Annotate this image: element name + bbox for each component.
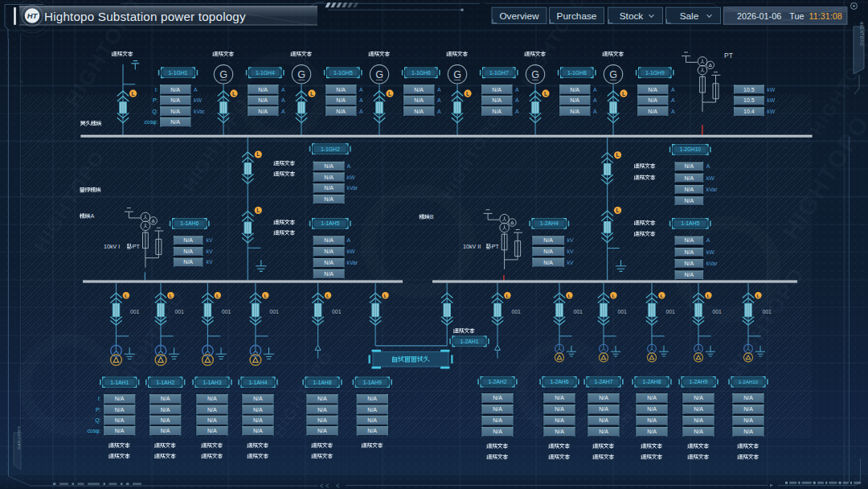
svg-text:N/A: N/A	[367, 428, 377, 434]
svg-text:N/A: N/A	[170, 87, 180, 92]
svg-text:10kV I: 10kV I	[104, 243, 120, 250]
svg-text:N/A: N/A	[414, 87, 424, 92]
svg-text:001: 001	[512, 309, 522, 314]
svg-text:N/A: N/A	[317, 428, 327, 434]
svg-text:N/A: N/A	[648, 87, 657, 92]
svg-text:A: A	[347, 237, 351, 243]
svg-text:N/A: N/A	[324, 271, 334, 277]
svg-text:N/A: N/A	[253, 428, 263, 434]
svg-text:PT: PT	[133, 243, 141, 250]
svg-text:N/A: N/A	[555, 417, 564, 423]
svg-text:N/A: N/A	[570, 87, 579, 92]
svg-text:A: A	[194, 87, 198, 92]
svg-text:N/A: N/A	[743, 417, 753, 423]
svg-text:001: 001	[269, 309, 279, 314]
svg-text:N/A: N/A	[253, 396, 263, 401]
svg-text:1-1GH7: 1-1GH7	[489, 70, 509, 76]
svg-text:A: A	[671, 97, 675, 103]
svg-text:N/A: N/A	[493, 417, 502, 423]
svg-text:N/A: N/A	[648, 109, 657, 114]
svg-text:N/A: N/A	[161, 417, 170, 423]
svg-text:N/A: N/A	[493, 429, 502, 434]
svg-text:001: 001	[130, 309, 140, 314]
svg-text:1-2AH8: 1-2AH8	[642, 379, 661, 384]
svg-text:G: G	[297, 69, 305, 80]
svg-text:kW: kW	[767, 109, 775, 114]
svg-text:N/A: N/A	[555, 406, 564, 412]
svg-text:A: A	[347, 163, 351, 169]
svg-text:A: A	[671, 87, 675, 92]
svg-text:N/A: N/A	[543, 237, 553, 243]
svg-text:1-1GH8: 1-1GH8	[567, 70, 587, 76]
svg-text:N/A: N/A	[317, 407, 327, 413]
svg-text:1-1AH3: 1-1AH3	[203, 380, 221, 385]
svg-text:N/A: N/A	[161, 428, 170, 434]
svg-text:N/A: N/A	[115, 396, 125, 401]
svg-text:N/A: N/A	[599, 406, 608, 412]
svg-text:N/A: N/A	[648, 97, 657, 103]
svg-text:N/A: N/A	[170, 97, 180, 103]
svg-text:kVar: kVar	[347, 260, 358, 265]
svg-text:Hightopo Substation power topo: Hightopo Substation power topology	[44, 10, 246, 23]
svg-text:1-1AH5: 1-1AH5	[321, 220, 339, 226]
svg-text:1-2AH10: 1-2AH10	[739, 379, 759, 384]
svg-text:N/A: N/A	[685, 261, 694, 266]
svg-text:PT: PT	[724, 51, 733, 60]
svg-text:N/A: N/A	[324, 196, 334, 202]
svg-text:kW: kW	[706, 249, 714, 255]
svg-text:A: A	[281, 97, 285, 103]
svg-text:A: A	[706, 163, 710, 169]
svg-text:P:: P:	[153, 97, 158, 103]
svg-text:N/A: N/A	[492, 87, 502, 92]
svg-text:N/A: N/A	[207, 396, 217, 401]
svg-text:P:: P:	[96, 407, 101, 413]
svg-text:Q:: Q:	[152, 109, 158, 115]
svg-text:N/A: N/A	[743, 406, 753, 412]
svg-text:kV: kV	[207, 237, 213, 243]
svg-text:A: A	[593, 87, 597, 92]
svg-text:N/A: N/A	[115, 407, 125, 413]
svg-text:PT: PT	[492, 243, 500, 250]
svg-text:A: A	[359, 87, 363, 92]
svg-text:A: A	[437, 109, 441, 114]
svg-text:10.4: 10.4	[743, 109, 755, 114]
svg-text:kW: kW	[194, 97, 202, 103]
svg-text:1-1AH9: 1-1AH9	[363, 380, 382, 385]
svg-text:1-1GH1: 1-1GH1	[169, 70, 188, 76]
svg-text:HIGHTOPO: HIGHTOPO	[859, 22, 863, 47]
svg-text:N/A: N/A	[694, 429, 703, 434]
svg-text:N/A: N/A	[570, 109, 579, 114]
svg-text:N/A: N/A	[161, 407, 170, 413]
svg-text:G: G	[609, 69, 617, 80]
svg-text:N/A: N/A	[324, 260, 334, 265]
svg-text:Sale: Sale	[680, 10, 699, 22]
svg-text:N/A: N/A	[647, 417, 657, 423]
svg-text:G: G	[453, 69, 461, 80]
svg-text:1-2AH7: 1-2AH7	[594, 379, 612, 384]
svg-text:N/A: N/A	[685, 237, 694, 243]
svg-text:N/A: N/A	[599, 429, 608, 434]
svg-text:1-1GH9: 1-1GH9	[645, 70, 665, 76]
svg-text:A: A	[706, 237, 710, 243]
svg-text:1-1GH6: 1-1GH6	[411, 70, 431, 76]
svg-text:N/A: N/A	[324, 175, 334, 180]
svg-text:kW: kW	[347, 175, 355, 180]
svg-text:10.5: 10.5	[743, 87, 755, 92]
svg-text:N/A: N/A	[367, 407, 377, 413]
svg-text:N/A: N/A	[647, 429, 657, 434]
svg-text:N/A: N/A	[183, 249, 193, 254]
svg-text:001: 001	[763, 309, 772, 314]
svg-text:A: A	[359, 109, 363, 114]
svg-text:001: 001	[618, 309, 628, 314]
svg-text:N/A: N/A	[543, 260, 553, 265]
svg-text:A: A	[515, 87, 519, 92]
svg-text:N/A: N/A	[599, 417, 608, 423]
svg-text:kV: kV	[207, 259, 213, 265]
svg-text:1-2GH10: 1-2GH10	[680, 146, 701, 152]
svg-text:N/A: N/A	[317, 417, 327, 423]
svg-text:A: A	[515, 109, 519, 114]
svg-text:N/A: N/A	[685, 272, 694, 277]
svg-text:1-1GH2: 1-1GH2	[321, 146, 340, 152]
svg-text:1-2AH2: 1-2AH2	[488, 379, 506, 384]
svg-text:N/A: N/A	[336, 109, 346, 114]
